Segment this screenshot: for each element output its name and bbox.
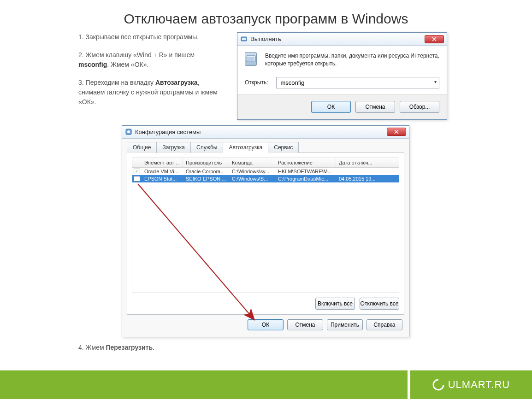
apply-button[interactable]: Применить	[327, 319, 363, 330]
step-2: 2. Жмем клавишу «Wind + R» и пишем mscon…	[78, 50, 226, 70]
tab-general[interactable]: Общие	[127, 142, 157, 153]
step-4: 4. Жмем Перезагрузить.	[0, 337, 532, 351]
msconfig-title: Конфигурация системы	[135, 129, 201, 135]
help-button[interactable]: Справка	[366, 319, 402, 330]
col-manufacturer[interactable]: Производитель	[183, 158, 229, 167]
col-item[interactable]: Элемент авто...	[142, 158, 183, 167]
checkbox[interactable]: ✓	[134, 169, 140, 174]
cancel-button[interactable]: Отмена	[355, 101, 395, 113]
run-app-icon	[245, 52, 257, 66]
svg-rect-1	[242, 38, 246, 40]
tab-tools[interactable]: Сервис	[268, 142, 299, 153]
startup-table: Элемент авто... Производитель Команда Ра…	[132, 158, 399, 293]
run-dialog-window: Выполнить Введите имя программы, папки, …	[237, 32, 447, 120]
gear-icon	[125, 128, 132, 135]
step-3: 3. Переходим на вкладку Автозагрузка, сн…	[78, 78, 226, 107]
tab-services[interactable]: Службы	[190, 142, 223, 153]
table-row[interactable]: ✓ Oracle VM Vi... Oracle Corpora... C:\W…	[132, 168, 399, 175]
open-input[interactable]	[276, 77, 439, 88]
run-dialog-titlebar: Выполнить	[237, 33, 447, 46]
table-row[interactable]: EPSON Stat... SEIKO EPSON ... C:\Windows…	[132, 175, 399, 182]
brand-text: ULMART.RU	[448, 379, 510, 391]
ok-button[interactable]: ОК	[248, 319, 284, 330]
ok-button[interactable]: ОК	[311, 101, 351, 113]
disable-all-button[interactable]: Отключить все	[360, 298, 399, 310]
run-dialog-title: Выполнить	[250, 35, 281, 42]
close-button[interactable]	[387, 128, 406, 136]
enable-all-button[interactable]: Включить все	[315, 298, 355, 310]
close-button[interactable]	[425, 35, 444, 43]
col-location[interactable]: Расположение	[275, 158, 336, 167]
brand-footer: ULMART.RU	[0, 370, 532, 399]
cancel-button[interactable]: Отмена	[287, 319, 323, 330]
tab-startup[interactable]: Автозагрузка	[223, 142, 268, 153]
tab-boot[interactable]: Загрузка	[156, 142, 191, 153]
svg-rect-3	[247, 57, 254, 61]
run-description: Введите имя программы, папки, документа …	[265, 52, 439, 68]
instructions-list: 1. Закрываем все открытые программы. 2. …	[78, 32, 226, 115]
ulmart-logo-icon	[432, 379, 444, 391]
col-disabled-date[interactable]: Дата отключ...	[336, 158, 399, 167]
page-title: Отключаем автозапуск программ в Windows	[0, 0, 532, 32]
open-label: Открыть:	[245, 79, 268, 86]
msconfig-titlebar: Конфигурация системы	[122, 126, 409, 139]
tab-strip: Общие Загрузка Службы Автозагрузка Серви…	[127, 141, 404, 153]
svg-point-5	[127, 130, 130, 133]
checkbox[interactable]	[134, 176, 140, 182]
col-command[interactable]: Команда	[229, 158, 275, 167]
msconfig-window: Конфигурация системы Общие Загрузка Служ…	[122, 125, 409, 337]
run-icon	[240, 35, 248, 43]
browse-button[interactable]: Обзор...	[400, 101, 439, 113]
step-1: 1. Закрываем все открытые программы.	[78, 32, 226, 42]
